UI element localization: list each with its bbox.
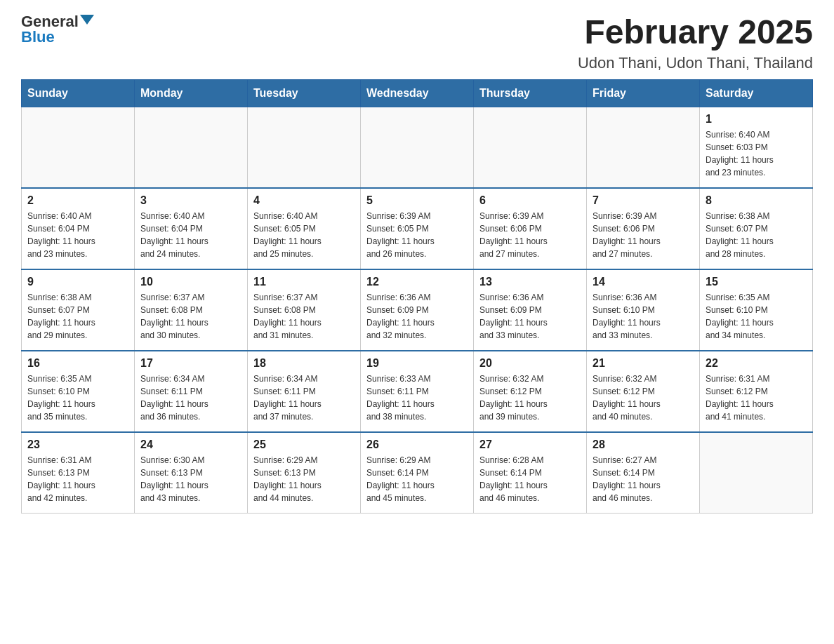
calendar-cell: 15Sunrise: 6:35 AMSunset: 6:10 PMDayligh… [700,269,813,351]
day-number: 23 [27,438,128,451]
day-info: Sunrise: 6:38 AMSunset: 6:07 PMDaylight:… [27,291,128,342]
day-number: 7 [593,194,694,207]
day-number: 5 [366,194,468,207]
day-info: Sunrise: 6:32 AMSunset: 6:12 PMDaylight:… [593,373,694,423]
weekday-header-friday: Friday [587,79,700,107]
day-number: 24 [140,438,241,451]
day-info: Sunrise: 6:40 AMSunset: 6:04 PMDaylight:… [27,210,128,260]
calendar-cell [135,107,248,188]
day-number: 21 [593,357,694,370]
day-number: 12 [366,276,468,288]
calendar-cell: 3Sunrise: 6:40 AMSunset: 6:04 PMDaylight… [135,188,248,269]
day-number: 3 [140,194,241,207]
day-info: Sunrise: 6:38 AMSunset: 6:07 PMDaylight:… [706,210,807,260]
day-info: Sunrise: 6:29 AMSunset: 6:14 PMDaylight:… [366,454,468,504]
day-info: Sunrise: 6:39 AMSunset: 6:06 PMDaylight:… [479,210,581,260]
day-info: Sunrise: 6:30 AMSunset: 6:13 PMDaylight:… [140,454,241,504]
day-info: Sunrise: 6:40 AMSunset: 6:03 PMDaylight:… [706,128,807,179]
calendar-cell [361,107,474,188]
day-info: Sunrise: 6:34 AMSunset: 6:11 PMDaylight:… [140,373,241,423]
calendar-cell [700,432,813,514]
calendar-cell: 25Sunrise: 6:29 AMSunset: 6:13 PMDayligh… [248,432,361,514]
day-info: Sunrise: 6:40 AMSunset: 6:05 PMDaylight:… [253,210,355,260]
day-info: Sunrise: 6:39 AMSunset: 6:06 PMDaylight:… [593,210,694,260]
logo-blue-text: Blue [21,29,55,45]
calendar-cell: 6Sunrise: 6:39 AMSunset: 6:06 PMDaylight… [474,188,587,269]
day-number: 22 [706,357,807,370]
calendar-cell: 11Sunrise: 6:37 AMSunset: 6:08 PMDayligh… [248,269,361,351]
logo: General Blue [21,14,94,45]
day-info: Sunrise: 6:31 AMSunset: 6:12 PMDaylight:… [706,373,807,423]
day-number: 19 [366,357,468,370]
day-info: Sunrise: 6:37 AMSunset: 6:08 PMDaylight:… [253,291,355,342]
calendar-cell: 10Sunrise: 6:37 AMSunset: 6:08 PMDayligh… [135,269,248,351]
calendar-cell: 12Sunrise: 6:36 AMSunset: 6:09 PMDayligh… [361,269,474,351]
page-header: General Blue February 2025 Udon Thani, U… [21,14,813,72]
calendar-cell: 17Sunrise: 6:34 AMSunset: 6:11 PMDayligh… [135,351,248,432]
day-number: 9 [27,276,128,288]
day-number: 28 [593,438,694,451]
day-info: Sunrise: 6:27 AMSunset: 6:14 PMDaylight:… [593,454,694,504]
day-number: 25 [253,438,355,451]
day-number: 1 [706,113,807,126]
calendar-week-row: 2Sunrise: 6:40 AMSunset: 6:04 PMDaylight… [22,188,813,269]
calendar-cell: 14Sunrise: 6:36 AMSunset: 6:10 PMDayligh… [587,269,700,351]
calendar-cell: 22Sunrise: 6:31 AMSunset: 6:12 PMDayligh… [700,351,813,432]
weekday-header-row: SundayMondayTuesdayWednesdayThursdayFrid… [22,79,813,107]
day-number: 8 [706,194,807,207]
calendar-week-row: 1Sunrise: 6:40 AMSunset: 6:03 PMDaylight… [22,107,813,188]
day-info: Sunrise: 6:35 AMSunset: 6:10 PMDaylight:… [706,291,807,342]
calendar-cell: 26Sunrise: 6:29 AMSunset: 6:14 PMDayligh… [361,432,474,514]
calendar-week-row: 16Sunrise: 6:35 AMSunset: 6:10 PMDayligh… [22,351,813,432]
calendar-week-row: 23Sunrise: 6:31 AMSunset: 6:13 PMDayligh… [22,432,813,514]
day-info: Sunrise: 6:34 AMSunset: 6:11 PMDaylight:… [253,373,355,423]
day-info: Sunrise: 6:33 AMSunset: 6:11 PMDaylight:… [366,373,468,423]
calendar-cell: 9Sunrise: 6:38 AMSunset: 6:07 PMDaylight… [22,269,135,351]
calendar-cell: 28Sunrise: 6:27 AMSunset: 6:14 PMDayligh… [587,432,700,514]
day-number: 17 [140,357,241,370]
day-number: 20 [479,357,581,370]
calendar-subtitle: Udon Thani, Udon Thani, Thailand [578,54,813,72]
day-number: 13 [479,276,581,288]
day-number: 4 [253,194,355,207]
calendar-cell: 13Sunrise: 6:36 AMSunset: 6:09 PMDayligh… [474,269,587,351]
day-number: 6 [479,194,581,207]
calendar-cell: 1Sunrise: 6:40 AMSunset: 6:03 PMDaylight… [700,107,813,188]
calendar-cell: 19Sunrise: 6:33 AMSunset: 6:11 PMDayligh… [361,351,474,432]
calendar-cell: 20Sunrise: 6:32 AMSunset: 6:12 PMDayligh… [474,351,587,432]
day-info: Sunrise: 6:32 AMSunset: 6:12 PMDaylight:… [479,373,581,423]
title-block: February 2025 Udon Thani, Udon Thani, Th… [578,14,813,72]
day-number: 10 [140,276,241,288]
calendar-cell: 18Sunrise: 6:34 AMSunset: 6:11 PMDayligh… [248,351,361,432]
calendar-cell: 7Sunrise: 6:39 AMSunset: 6:06 PMDaylight… [587,188,700,269]
day-number: 11 [253,276,355,288]
day-number: 14 [593,276,694,288]
day-number: 27 [479,438,581,451]
day-number: 15 [706,276,807,288]
weekday-header-monday: Monday [135,79,248,107]
calendar-cell [248,107,361,188]
calendar-cell: 23Sunrise: 6:31 AMSunset: 6:13 PMDayligh… [22,432,135,514]
weekday-header-saturday: Saturday [700,79,813,107]
day-info: Sunrise: 6:35 AMSunset: 6:10 PMDaylight:… [27,373,128,423]
calendar-cell [22,107,135,188]
day-number: 26 [366,438,468,451]
calendar-cell: 24Sunrise: 6:30 AMSunset: 6:13 PMDayligh… [135,432,248,514]
calendar-cell: 4Sunrise: 6:40 AMSunset: 6:05 PMDaylight… [248,188,361,269]
day-info: Sunrise: 6:40 AMSunset: 6:04 PMDaylight:… [140,210,241,260]
day-info: Sunrise: 6:37 AMSunset: 6:08 PMDaylight:… [140,291,241,342]
day-info: Sunrise: 6:28 AMSunset: 6:14 PMDaylight:… [479,454,581,504]
calendar-cell: 27Sunrise: 6:28 AMSunset: 6:14 PMDayligh… [474,432,587,514]
calendar-week-row: 9Sunrise: 6:38 AMSunset: 6:07 PMDaylight… [22,269,813,351]
day-info: Sunrise: 6:31 AMSunset: 6:13 PMDaylight:… [27,454,128,504]
calendar-cell: 8Sunrise: 6:38 AMSunset: 6:07 PMDaylight… [700,188,813,269]
calendar-cell: 16Sunrise: 6:35 AMSunset: 6:10 PMDayligh… [22,351,135,432]
calendar-cell [587,107,700,188]
weekday-header-sunday: Sunday [22,79,135,107]
calendar-table: SundayMondayTuesdayWednesdayThursdayFrid… [21,79,813,514]
day-number: 2 [27,194,128,207]
day-info: Sunrise: 6:36 AMSunset: 6:10 PMDaylight:… [593,291,694,342]
day-info: Sunrise: 6:36 AMSunset: 6:09 PMDaylight:… [366,291,468,342]
day-info: Sunrise: 6:36 AMSunset: 6:09 PMDaylight:… [479,291,581,342]
day-info: Sunrise: 6:39 AMSunset: 6:05 PMDaylight:… [366,210,468,260]
